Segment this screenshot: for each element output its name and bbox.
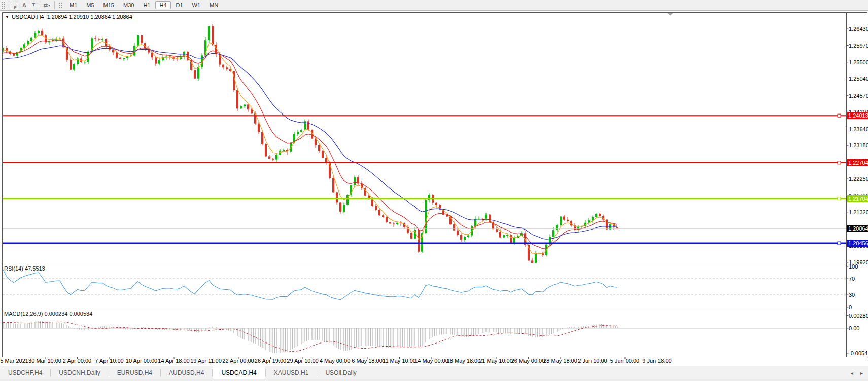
chart-tab-xauusd-h1[interactable]: XAUUSD,H1 [266, 366, 317, 379]
hline-handle [838, 197, 841, 200]
price-axis-label: 1.22250 [849, 176, 868, 182]
price-axis-label: 1.23640 [849, 126, 868, 132]
text-label-icon[interactable]: T [30, 1, 41, 10]
rsi-axis-label: 100 [849, 263, 858, 270]
timeframe-buttons: M1M5M15M30H1H4D1W1MN [65, 1, 223, 9]
hline-handle [838, 161, 841, 164]
macd-indicator-label: MACD(12,26,9) 0.000234 0.000534 [4, 311, 92, 317]
price-axis-label: 1.21320 [849, 209, 868, 215]
macd-values: 0.000234 0.000534 [44, 311, 92, 317]
time-axis-label: 2 Apr 00:00 [63, 358, 91, 364]
dropdown-caret-icon[interactable]: ▾ [48, 3, 50, 8]
chart-tab-usdchf-h4[interactable]: USDCHF,H4 [0, 366, 50, 379]
time-axis-label: 21 May 10:00 [479, 358, 513, 364]
time-axis-label: 2 Jun 10:00 [578, 358, 607, 364]
timeframe-button-d1[interactable]: D1 [172, 1, 187, 9]
price-axis-label: 1.25970 [849, 43, 868, 49]
current-price-badge: 1.20864 [847, 225, 868, 232]
tab-scroll-arrows: ◂ ▸ [851, 366, 868, 379]
chart-tab-bar: USDCHF,H4USDCNH,DailyEURUSD,H4AUDUSD,H4U… [0, 366, 868, 379]
toolbar: F A T ⇄▾ M1M5M15M30H1H4D1W1MN [0, 0, 868, 11]
hline-handle [838, 242, 841, 245]
time-axis-label: 14 Apr 18:00 [158, 358, 189, 364]
time-axis-label: 11 May 10:00 [383, 358, 416, 364]
chart-tab-usdcnh-daily[interactable]: USDCNH,Daily [51, 366, 108, 379]
chart-tab-usoil-daily[interactable]: USOil,Daily [317, 366, 364, 379]
time-axis-label: 29 Apr 10:00 [287, 358, 318, 364]
status-strip [0, 379, 868, 381]
timeframe-button-m1[interactable]: M1 [65, 1, 81, 9]
price-axis-label: 1.25500 [849, 59, 868, 65]
chart-title: ▼USDCAD,H4 1.20894 1.20910 1.20864 1.208… [5, 14, 132, 20]
hline-handle [838, 114, 841, 117]
time-axis-label: 4 May 00:00 [320, 358, 351, 364]
chart-ohlc-values: 1.20894 1.20910 1.20864 1.20864 [47, 14, 132, 20]
group-grip-icon [58, 2, 63, 8]
macd-axis-label: 0.00 [849, 325, 859, 331]
grid-f-icon[interactable]: F [8, 1, 18, 10]
time-axis-label: 18 May 18:00 [447, 358, 481, 364]
time-axis-label: 26 Apr 19:00 [255, 358, 286, 364]
time-axis-label: 14 May 00:00 [414, 358, 448, 364]
rsi-axis-label: 30 [849, 292, 855, 298]
macd-axis-label: 0.002807 [849, 313, 868, 319]
timeframe-button-h4[interactable]: H4 [155, 1, 170, 9]
time-axis-label: 7 Apr 10:00 [95, 358, 123, 364]
time-axis-label: 6 May 18:00 [352, 358, 383, 364]
price-chart[interactable] [0, 0, 868, 366]
arrow-tools-icon[interactable]: ⇄▾ [42, 1, 52, 10]
hline-price-badge: 1.21704 [847, 195, 868, 202]
tab-scroll-left-icon[interactable]: ◂ [851, 370, 853, 376]
time-axis-label: 5 Jun 00:00 [610, 358, 640, 364]
timeframe-button-m15[interactable]: M15 [99, 1, 118, 9]
chart-tab-eurusd-h4[interactable]: EURUSD,H4 [109, 366, 160, 379]
price-axis-label: 1.26430 [849, 26, 868, 32]
time-axis-label: 22 Apr 00:00 [222, 358, 254, 364]
terminal-window: F A T ⇄▾ M1M5M15M30H1H4D1W1MN ▼USDCAD,H4… [0, 0, 868, 381]
rsi-value: 47.5513 [25, 265, 45, 272]
hline-price-badge: 1.24013 [847, 112, 868, 119]
chart-tab-usdcad-h4[interactable]: USDCAD,H4 [213, 366, 265, 379]
time-axis-label: 28 May 18:00 [543, 358, 577, 364]
time-axis-label: 9 Jun 18:00 [642, 358, 672, 364]
time-axis-label: 26 May 00:00 [511, 358, 545, 364]
text-a-icon[interactable]: A [19, 1, 29, 10]
collapse-triangle-icon[interactable]: ▼ [5, 15, 9, 19]
rsi-axis-label: 0 [849, 304, 852, 310]
timeframe-button-m5[interactable]: M5 [82, 1, 98, 9]
time-axis-label: 30 Mar 10:00 [28, 358, 61, 364]
timeframe-button-h1[interactable]: H1 [139, 1, 154, 9]
time-axis-label: 10 Apr 00:00 [126, 358, 157, 364]
time-axis-label: 25 Mar 2021 [0, 358, 28, 364]
timeframe-button-w1[interactable]: W1 [188, 1, 205, 9]
toolbar-separator [54, 1, 55, 9]
rsi-indicator-label: RSI(14) 47.5513 [4, 265, 45, 272]
time-axis-label: 19 Apr 11:00 [190, 358, 222, 364]
chart-tab-audusd-h4[interactable]: AUDUSD,H4 [161, 366, 212, 379]
timeframe-button-m30[interactable]: M30 [119, 1, 138, 9]
drag-handle-icon[interactable] [1, 2, 6, 9]
chart-symbol-period: USDCAD,H4 [12, 14, 44, 20]
price-axis-label: 1.23180 [849, 142, 868, 148]
macd-axis-label: -0.005418 [849, 350, 868, 356]
hline-price-badge: 1.20456 [847, 240, 868, 247]
price-axis-label: 1.25040 [849, 75, 868, 82]
tab-scroll-right-icon[interactable]: ▸ [860, 370, 863, 376]
rsi-axis-label: 70 [849, 276, 855, 282]
hline-price-badge: 1.22704 [847, 159, 868, 166]
price-axis-label: 1.24570 [849, 93, 868, 99]
timeframe-button-mn[interactable]: MN [205, 1, 222, 9]
